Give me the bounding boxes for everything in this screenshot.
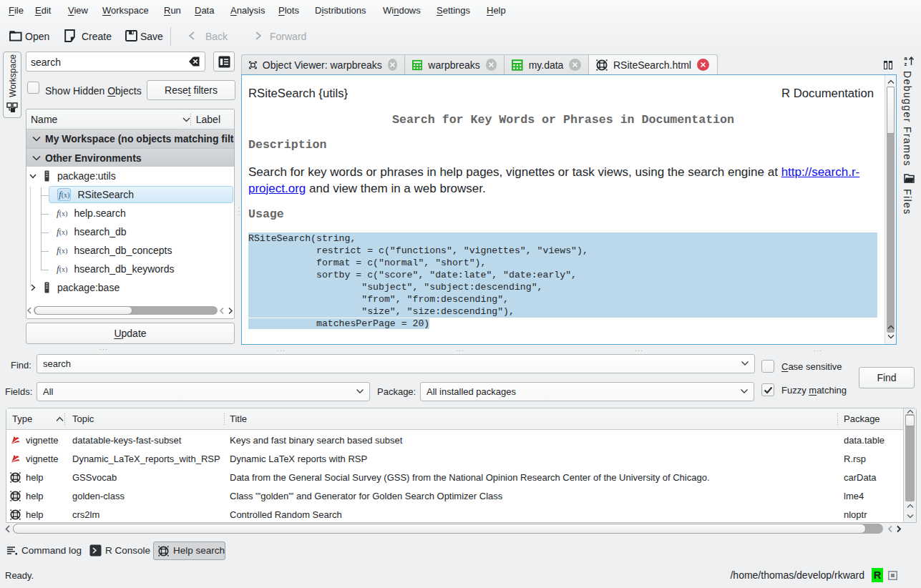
svg-text:z: z bbox=[905, 61, 907, 67]
